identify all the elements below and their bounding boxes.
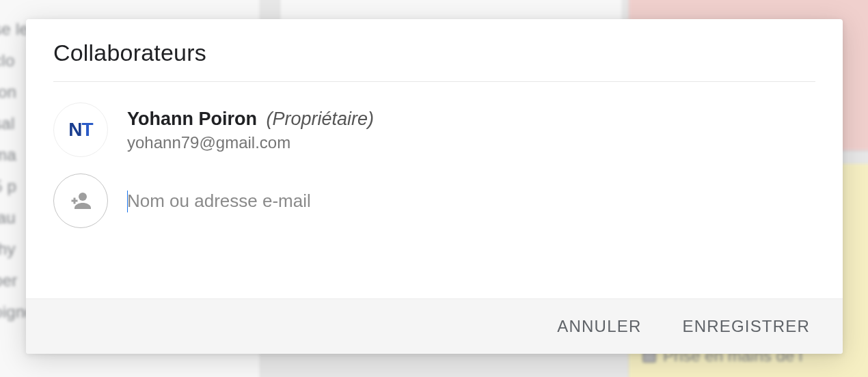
avatar-logo: NT — [68, 119, 92, 141]
owner-email: yohann79@gmail.com — [127, 133, 374, 152]
owner-row: NT Yohann Poiron (Propriétaire) yohann79… — [53, 102, 815, 157]
modal-header: Collaborateurs — [53, 19, 815, 82]
modal-footer: ANNULER ENREGISTRER — [26, 298, 843, 354]
modal-title: Collaborateurs — [53, 40, 815, 66]
collaborators-modal: Collaborateurs NT Yohann Poiron (Proprié… — [26, 19, 843, 354]
add-collaborator-row — [53, 173, 815, 228]
owner-avatar: NT — [53, 102, 108, 157]
add-person-icon — [53, 173, 108, 228]
cancel-button[interactable]: ANNULER — [557, 317, 641, 336]
owner-name: Yohann Poiron — [127, 109, 257, 129]
modal-body: NT Yohann Poiron (Propriétaire) yohann79… — [26, 82, 843, 298]
person-add-icon — [68, 188, 93, 213]
owner-name-line: Yohann Poiron (Propriétaire) — [127, 107, 374, 131]
owner-info: Yohann Poiron (Propriétaire) yohann79@gm… — [127, 107, 374, 152]
owner-role: (Propriétaire) — [267, 109, 375, 129]
save-button[interactable]: ENREGISTRER — [682, 317, 810, 336]
svg-point-0 — [79, 193, 87, 201]
collaborator-input[interactable] — [127, 188, 815, 214]
input-wrap — [127, 188, 815, 214]
